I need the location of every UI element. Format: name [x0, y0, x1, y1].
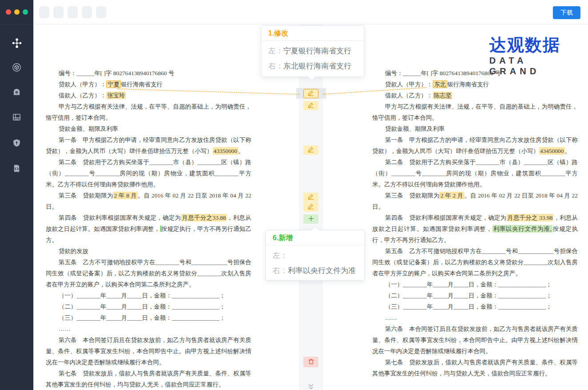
sidebar-item-code[interactable]	[10, 162, 24, 176]
doc-text: （二）________年_____月_____日，金额：____________…	[385, 292, 552, 299]
brand-logo-cn: 达观数据	[489, 36, 583, 54]
doc-text: 第四条 贷款利率根据国家有关规定，确定为	[59, 214, 181, 221]
doc-text: 第四条 贷款利率根据国家有关规定，确定为	[385, 214, 507, 221]
download-button[interactable]: 下载	[553, 6, 580, 19]
diff-highlight[interactable]: 43350000	[213, 147, 238, 155]
doc-text: ……	[59, 326, 71, 332]
doc-text: 贷款金额、期限及利率	[59, 125, 118, 132]
document-pane-left[interactable]: 编号：______年[ ]字 802764138940176860 号贷款人（甲…	[46, 68, 251, 390]
delete-diff-marker[interactable]	[303, 357, 318, 367]
sidebar-item-robot[interactable]	[10, 86, 24, 100]
diff-highlight[interactable]: 月息千分之33.88	[181, 214, 227, 221]
doc-text: 第三条 贷款期限为	[59, 192, 113, 199]
brand-logo: 达观数据 DATA GRAND	[489, 36, 583, 76]
toolbar-placeholder-tile	[82, 6, 92, 18]
doc-text: 贷款人（甲方）：	[385, 81, 433, 88]
doc-text: （二）________年_____月_____日，金额：____________…	[59, 303, 226, 310]
toolbar-placeholder-tile	[53, 6, 64, 18]
diff-highlight[interactable]: 月息千分之 33.98	[507, 214, 554, 221]
edit-pencil-icon	[307, 203, 315, 211]
doc-text: （三）________年_____月_____日，金额：____________…	[385, 303, 552, 310]
news-doc-icon	[12, 112, 22, 124]
doc-text: 第七条 贷款发放后，借款人与售房者就该房产有关质量、条件、权属等其他事宜发生的任…	[372, 359, 578, 377]
doc-text: 。	[565, 148, 571, 154]
doc-text: 借款人（乙方）：	[59, 92, 106, 99]
doc-text: 贷款人（甲方）：	[59, 81, 106, 88]
minimize-window-button[interactable]	[14, 9, 20, 15]
add-tooltip: 6.新增 左： 右：利率以央行文件为准	[266, 230, 365, 281]
edit-pencil-icon	[307, 102, 315, 110]
toolbar-placeholder-tile	[96, 6, 106, 18]
window-controls	[0, 0, 33, 24]
right-label: 右：	[268, 62, 283, 70]
add-diff-marker[interactable]	[303, 214, 318, 224]
left-label: 左：	[268, 47, 283, 55]
add-tooltip-right-row: 右：利率以央行文件为准	[266, 265, 364, 276]
doc-text: （一）________年_____月_____日，金额：____________…	[59, 292, 226, 299]
collapse-rail-button[interactable]	[308, 383, 314, 390]
edit-diff-marker[interactable]	[303, 101, 318, 110]
doc-text: 第二条 贷款用于乙方购买坐落于________市（县）________区（镇）路…	[46, 159, 251, 188]
diff-highlight[interactable]: 张宝玲	[106, 92, 126, 99]
diff-highlight[interactable]: 43450000	[539, 147, 565, 155]
doc-text: 第三条 贷款期限为	[385, 192, 440, 199]
diff-highlight[interactable]: 陈志坚	[433, 92, 452, 99]
sidebar	[0, 0, 33, 390]
toolbar-placeholder-tile	[39, 6, 49, 18]
doc-text: 借款人（乙方）：	[385, 92, 433, 99]
doc-text: 。	[238, 148, 244, 154]
sidebar-item-model[interactable]	[10, 61, 24, 75]
doc-text: 第七条 贷款发放后，借款人与售房者就该房产有关质量、条件、权属等其他事宜发生的任…	[46, 370, 251, 388]
doc-text: （三）________年_____月_____日，金额：____________…	[59, 314, 226, 321]
sidebar-item-security[interactable]	[10, 137, 24, 150]
doc-text: 贷款的发放	[59, 248, 89, 254]
brand-logo-en: DATA GRAND	[489, 55, 583, 76]
left-label: 左：	[273, 251, 288, 260]
doc-text: 银行海南省支行	[121, 81, 163, 88]
sidebar-item-news[interactable]	[10, 111, 24, 125]
page: 下载 达观数据 DATA GRAND 编号：______年[ ]字 802764…	[0, 0, 588, 390]
doc-text: 银行海南省支行	[447, 81, 489, 88]
add-tooltip-left-row: 左：	[266, 250, 364, 261]
left-value: 宁夏银行海南省支行	[283, 47, 351, 55]
doc-text: 贷款金额、期限及利率	[385, 125, 445, 132]
code-file-icon	[12, 164, 21, 175]
doc-text: 第六条 本合同签订后且在贷款发放前，如乙方与售房者就该房产有关质量、条件、权属等…	[46, 337, 251, 366]
doc-text: 第五条 乙方不可撤销地授权甲方在________号和____________号担…	[46, 259, 251, 288]
edit-diff-marker[interactable]	[303, 145, 318, 155]
modify-tooltip: 1.修改 左：宁夏银行海南省支行 右：东北银行海南省支行	[261, 25, 364, 77]
edit-pencil-icon	[307, 90, 315, 98]
diff-highlight[interactable]: 东北	[433, 80, 447, 88]
doc-text: 甲方与乙方根据有关法律、法规，在平等、自愿的基础上，为明确责任，恪守信用，签订本…	[46, 103, 251, 121]
diff-highlight[interactable]: 利率以央行文件为准,	[492, 225, 552, 233]
shield-key-icon	[12, 138, 21, 149]
sidebar-item-cluster[interactable]	[10, 37, 24, 51]
modify-tooltip-title: 1.修改	[262, 26, 364, 41]
maximize-window-button[interactable]	[23, 9, 28, 15]
doc-text: 第五条 乙方不可撤销地授权甲方在________号和____________号担…	[372, 248, 578, 277]
modify-tooltip-right-row: 右：东北银行海南省支行	[262, 61, 364, 71]
modify-tooltip-left-row: 左：宁夏银行海南省支行	[262, 46, 364, 56]
edit-diff-marker[interactable]	[303, 202, 318, 212]
sphere-cube-icon	[12, 62, 22, 74]
doc-text: 第二条 贷款用于乙方购买坐落于________市（县）________区（镇）路…	[372, 159, 578, 188]
edit-diff-marker[interactable]	[303, 89, 318, 98]
add-plus-icon	[308, 215, 314, 223]
robot-bell-icon	[12, 87, 22, 99]
edit-pencil-icon	[307, 193, 315, 201]
right-label: 右：	[273, 266, 288, 275]
doc-text: 编号：______年[ ]字 802764138940176860 号	[59, 70, 174, 76]
diff-highlight[interactable]: 2 年 8 月	[113, 192, 137, 199]
doc-text: 编号：______年[ ]字 802764138940176860 号	[385, 70, 501, 76]
right-value: 利率以央行文件为准	[288, 266, 356, 275]
diff-highlight[interactable]: 2 年 2 月	[439, 192, 464, 199]
close-window-button[interactable]	[6, 9, 11, 15]
document-pane-right[interactable]: 编号：______年[ ]字 802764138940176860 号贷款人（甲…	[372, 68, 578, 390]
cluster-icon	[11, 37, 23, 51]
diff-highlight[interactable]: 宁夏	[106, 80, 121, 88]
double-chevron-down-icon	[308, 383, 314, 390]
doc-text: （一）________年_____月_____日，金额：____________…	[385, 281, 552, 288]
edit-pencil-icon	[307, 146, 315, 154]
toolbar-placeholder-tile	[68, 6, 78, 18]
edit-diff-marker[interactable]	[303, 193, 318, 202]
